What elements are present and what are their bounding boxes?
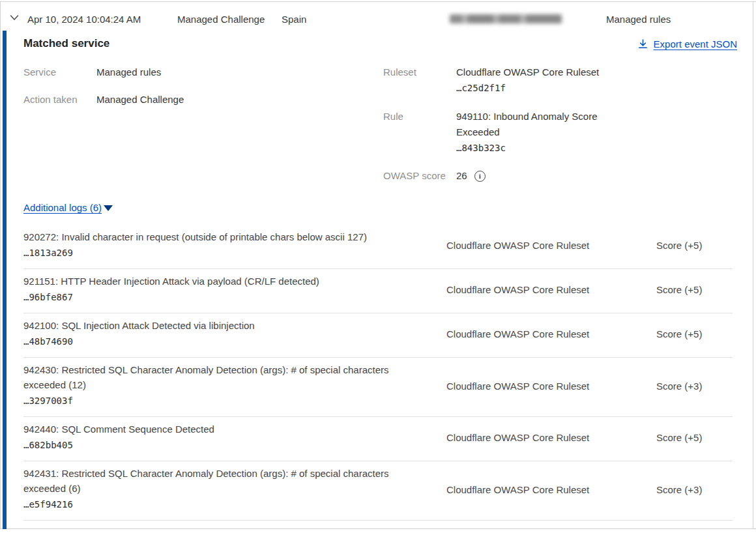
log-score: Score (+5) [656,284,733,295]
log-row: 921151: HTTP Header Injection Attack via… [23,269,733,313]
log-description: 942431: Restricted SQL Character Anomaly… [23,466,420,496]
log-row: 920272: Invalid character in request (ou… [23,225,733,269]
log-row: 942440: SQL Comment Sequence Detected …6… [23,417,733,461]
triangle-down-icon [104,205,113,211]
log-description-cell: 942440: SQL Comment Sequence Detected …6… [23,422,446,454]
event-timestamp: Apr 10, 2024 10:04:24 AM [27,14,141,25]
log-description: 942430: Restricted SQL Character Anomaly… [23,362,420,392]
log-description-cell: 942100: SQL Injection Attack Detected vi… [23,318,446,350]
info-icon[interactable]: i [474,171,486,182]
log-description: 942100: SQL Injection Attack Detected vi… [23,318,420,333]
additional-logs-label: Additional logs (6) [23,202,102,213]
log-ruleset: Cloudflare OWASP Core Ruleset [446,240,656,251]
action-taken-value: Managed Challenge [96,92,184,108]
log-ruleset: Cloudflare OWASP Core Ruleset [446,381,656,392]
log-description: 942440: SQL Comment Sequence Detected [23,422,420,437]
log-ruleset: Cloudflare OWASP Core Ruleset [446,484,656,495]
event-summary-row[interactable]: Apr 10, 2024 10:04:24 AM Managed Challen… [0,2,756,31]
log-score: Score (+5) [656,240,733,251]
log-description-cell: 920272: Invalid character in request (ou… [23,229,446,261]
export-link-label: Export event JSON [654,38,737,50]
additional-logs-toggle[interactable]: Additional logs (6) [23,202,113,213]
redacted-value [450,14,562,23]
owasp-score-value-row: 26 i [456,168,486,184]
log-rule-id: …e5f94216 [23,497,420,513]
log-ruleset: Cloudflare OWASP Core Ruleset [446,432,656,443]
ruleset-id: …c25d2f1f [456,80,626,96]
log-description: 921151: HTTP Header Injection Attack via… [23,274,420,289]
log-row: 942100: SQL Injection Attack Detected vi… [23,313,733,358]
owasp-score-value: 26 [456,168,467,184]
panel-border-right [753,1,753,529]
log-description-cell: 942431: Restricted SQL Character Anomaly… [23,466,446,513]
log-description: 920272: Invalid character in request (ou… [23,229,420,244]
security-event-panel: Apr 10, 2024 10:04:24 AM Managed Challen… [0,0,756,533]
log-description-cell: 942430: Restricted SQL Character Anomaly… [23,362,446,409]
panel-border-left [0,1,1,529]
event-country: Spain [282,14,306,25]
log-score: Score (+5) [656,328,733,339]
log-row: 942430: Restricted SQL Character Anomaly… [23,358,733,417]
section-title: Matched service [23,37,109,50]
log-description-cell: 921151: HTTP Header Injection Attack via… [23,274,446,306]
log-ruleset: Cloudflare OWASP Core Ruleset [446,328,656,339]
rule-label: Rule [383,110,403,123]
rule-id: …843b323c [456,140,619,156]
rule-value-block: 949110: Inbound Anomaly Score Exceeded …… [456,109,619,156]
event-service: Managed rules [606,14,671,25]
log-score: Score (+3) [656,381,733,392]
ruleset-label: Ruleset [383,66,416,79]
log-rule-id: …96bfe867 [23,289,420,306]
log-score: Score (+5) [656,432,733,443]
chevron-down-icon[interactable] [8,12,20,23]
log-rule-id: …1813a269 [23,245,420,261]
expanded-row-accent-bar [3,31,7,529]
log-rule-id: …48b74690 [23,334,420,350]
owasp-score-label: OWASP score [383,169,446,182]
ruleset-value-block: Cloudflare OWASP Core Ruleset …c25d2f1f [456,65,626,96]
panel-border-bottom [0,528,756,529]
action-taken-label: Action taken [23,93,78,106]
rule-name: 949110: Inbound Anomaly Score Exceeded [456,109,619,140]
logs-table: 920272: Invalid character in request (ou… [23,225,733,521]
log-ruleset: Cloudflare OWASP Core Ruleset [446,284,656,295]
log-row: 942431: Restricted SQL Character Anomaly… [23,461,733,521]
service-label: Service [23,66,56,79]
export-event-json-link[interactable]: Export event JSON [637,38,737,50]
log-rule-id: …682bb405 [23,437,420,454]
log-score: Score (+3) [656,484,733,495]
ruleset-name: Cloudflare OWASP Core Ruleset [456,65,626,80]
service-value: Managed rules [96,65,161,80]
download-icon [637,38,648,50]
event-action: Managed Challenge [177,14,265,25]
log-rule-id: …3297003f [23,393,420,409]
